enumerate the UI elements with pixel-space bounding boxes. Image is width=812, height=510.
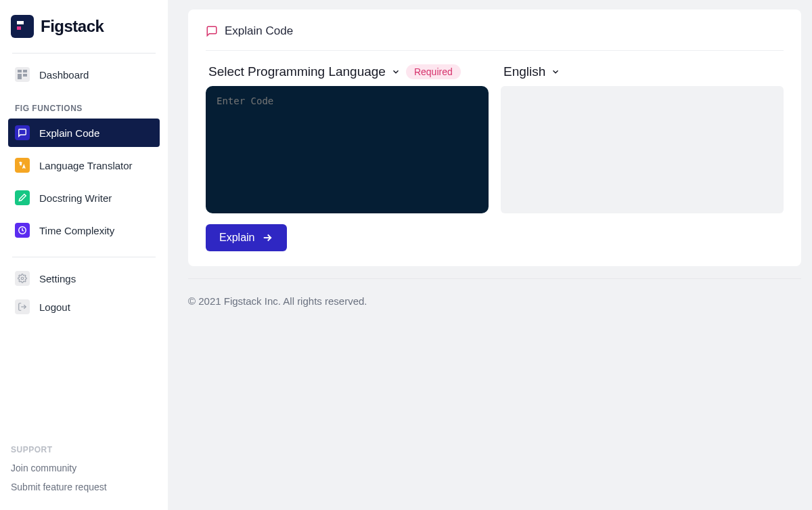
nav-label: Time Complexity (39, 225, 114, 236)
output-language-selector[interactable]: English (501, 62, 784, 86)
footer-text: © 2021 Figstack Inc. All rights reserved… (188, 295, 801, 307)
nav-label: Explain Code (39, 127, 99, 139)
sidebar: Figstack Dashboard FIG FUNCTIONS (0, 0, 168, 510)
divider (12, 257, 156, 257)
main-content: Explain Code Select Programming Language… (168, 0, 812, 510)
support-heading: SUPPORT (8, 441, 160, 459)
support-join-community[interactable]: Join community (8, 459, 160, 477)
explain-code-icon (15, 125, 30, 140)
logout-icon (15, 299, 30, 314)
time-complexity-icon (15, 223, 30, 238)
sidebar-item-docstring-writer[interactable]: Docstring Writer (8, 184, 160, 212)
nav-label: Settings (39, 273, 76, 284)
brand-name: Figstack (41, 17, 104, 36)
chevron-down-icon (391, 67, 401, 77)
nav-label: Language Translator (39, 160, 133, 171)
explain-code-card: Explain Code Select Programming Language… (188, 9, 801, 266)
output-language-label: English (503, 64, 545, 79)
sidebar-item-language-translator[interactable]: Language Translator (8, 151, 160, 179)
svg-point-7 (21, 277, 24, 280)
sidebar-item-settings[interactable]: Settings (8, 264, 160, 293)
footer-divider (188, 278, 801, 279)
support-section: SUPPORT Join community Submit feature re… (8, 441, 160, 496)
page-title: Explain Code (225, 24, 293, 38)
nav-label: Dashboard (39, 69, 89, 81)
output-panel (501, 86, 784, 213)
chevron-down-icon (551, 67, 560, 77)
section-fig-functions: FIG FUNCTIONS (8, 89, 160, 119)
svg-rect-3 (23, 70, 27, 72)
svg-rect-0 (17, 21, 24, 24)
explain-button[interactable]: Explain (206, 224, 287, 251)
support-submit-feature[interactable]: Submit feature request (8, 477, 160, 496)
nav-label: Docstring Writer (39, 192, 112, 204)
brand-logo[interactable]: Figstack (8, 14, 160, 50)
code-input[interactable] (206, 86, 489, 213)
sidebar-item-time-complexity[interactable]: Time Complexity (8, 216, 160, 245)
language-selector[interactable]: Select Programming Language Required (206, 62, 489, 86)
arrow-right-icon (261, 232, 273, 244)
translator-icon (15, 158, 30, 173)
sidebar-item-dashboard[interactable]: Dashboard (8, 60, 160, 89)
card-header: Explain Code (206, 24, 784, 51)
docstring-icon (15, 190, 30, 205)
sidebar-item-explain-code[interactable]: Explain Code (8, 119, 160, 147)
svg-rect-5 (23, 74, 27, 77)
svg-rect-2 (18, 70, 22, 72)
chat-icon (206, 25, 218, 37)
language-selector-label: Select Programming Language (208, 64, 386, 79)
nav-label: Logout (39, 301, 70, 313)
svg-rect-1 (17, 26, 21, 30)
explain-button-label: Explain (219, 232, 254, 244)
divider (12, 53, 156, 54)
required-badge: Required (406, 64, 461, 79)
svg-rect-4 (18, 74, 22, 79)
gear-icon (15, 271, 30, 286)
sidebar-item-logout[interactable]: Logout (8, 293, 160, 321)
logo-mark-icon (11, 15, 34, 38)
dashboard-icon (15, 67, 30, 82)
